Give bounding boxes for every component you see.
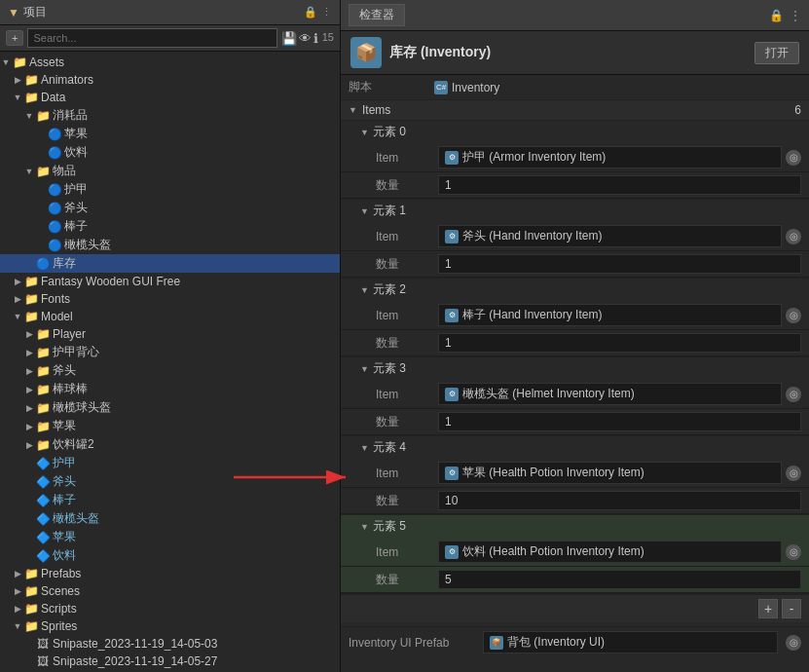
item-select-btn-4[interactable]: ◎: [786, 466, 801, 481]
tree-item-scripts[interactable]: ▶📁Scripts: [0, 600, 340, 617]
asset-icon: 🔵: [35, 256, 51, 272]
prefab-obj-icon: 📦: [490, 636, 503, 650]
prefab-icon: 🔷: [35, 493, 51, 508]
tree-item-model[interactable]: ▼📁Model: [0, 308, 340, 325]
item-name-2: 棒子 (Hand Inventory Item): [462, 307, 602, 323]
item-name-4: 苹果 (Health Potion Inventory Item): [462, 465, 644, 481]
lock-icon-inspector[interactable]: 🔒: [769, 9, 784, 22]
prefab-icon: 🔷: [35, 456, 51, 471]
info-icon[interactable]: ℹ: [313, 31, 318, 46]
tree-item-apple3[interactable]: 🔷苹果: [0, 528, 340, 546]
tree-item-helmet3[interactable]: 🔷橄榄头盔: [0, 509, 340, 528]
project-toolbar: + 💾 👁 ℹ 15: [0, 25, 340, 52]
element-header-3[interactable]: ▼ 元素 3: [341, 357, 809, 380]
item-obj-icon-3: ⚙: [445, 388, 459, 401]
folder-icon: 📁: [23, 583, 39, 599]
tree-item-fantasy[interactable]: ▶📁Fantasy Wooden GUI Free: [0, 273, 340, 290]
qty-field-value-2: 1: [438, 333, 801, 353]
qty-field-label-5: 数量: [376, 572, 434, 588]
tree-arrow-fantasy: ▶: [12, 277, 23, 286]
prefab-icon: 🔷: [35, 548, 51, 564]
tree-arrow-scripts: ▶: [12, 604, 23, 614]
tree-item-prefabs[interactable]: ▶📁Prefabs: [0, 565, 340, 582]
tree-item-drink1[interactable]: 🔵饮料: [0, 143, 340, 162]
more-icon[interactable]: ⋮: [321, 6, 332, 19]
folder-icon: 📁: [35, 382, 51, 397]
tree-item-armorcore[interactable]: ▶📁护甲背心: [0, 343, 340, 361]
tree-item-consumables[interactable]: ▼📁消耗品: [0, 106, 340, 125]
search-input[interactable]: [27, 28, 276, 48]
tree-item-axe2[interactable]: ▶📁斧头: [0, 361, 340, 380]
tree-label-stick3: 棒子: [53, 492, 76, 508]
tree-item-animators[interactable]: ▶📁Animators: [0, 71, 340, 89]
tree-item-stick2[interactable]: ▶📁棒球棒: [0, 380, 340, 398]
tree-item-armor2[interactable]: 🔷护甲: [0, 454, 340, 472]
qty-field-value-0: 1: [438, 175, 801, 195]
tree-label-apple1: 苹果: [64, 126, 88, 142]
tree-item-armor1[interactable]: 🔵护甲: [0, 180, 340, 199]
item-select-btn-0[interactable]: ◎: [786, 150, 801, 166]
item-select-btn-1[interactable]: ◎: [786, 229, 801, 244]
add-element-button[interactable]: +: [758, 599, 778, 618]
tree-item-fonts[interactable]: ▶📁Fonts: [0, 290, 340, 308]
project-panel: ▼ 项目 🔒 ⋮ + 💾 👁 ℹ 15 ▼📁Assets▶📁Animators▼…: [0, 0, 341, 672]
remove-element-button[interactable]: -: [782, 599, 801, 618]
save-icon[interactable]: 💾: [281, 31, 297, 46]
tree-label-apple3: 苹果: [53, 529, 76, 545]
tree-item-snip1[interactable]: 🖼Snipaste_2023-11-19_14-05-03: [0, 635, 340, 653]
tree-item-sprites[interactable]: ▼📁Sprites: [0, 617, 340, 635]
folder-icon: 📁: [23, 72, 39, 88]
tree-item-scenes[interactable]: ▶📁Scenes: [0, 582, 340, 600]
tree-item-assets[interactable]: ▼📁Assets: [0, 54, 340, 71]
prefab-select-button[interactable]: ◎: [786, 635, 801, 651]
element-header-4[interactable]: ▼ 元素 4: [341, 436, 809, 459]
element-header-5[interactable]: ▼ 元素 5: [341, 515, 809, 538]
tree-item-drink2[interactable]: ▶📁饮料罐2: [0, 435, 340, 454]
project-tree: ▼📁Assets▶📁Animators▼📁Data▼📁消耗品🔵苹果🔵饮料▼📁物品…: [0, 52, 340, 672]
qty-field-label-0: 数量: [376, 177, 434, 194]
item-select-btn-5[interactable]: ◎: [786, 544, 801, 560]
tree-item-snip2[interactable]: 🖼Snipaste_2023-11-19_14-05-27: [0, 653, 340, 670]
tree-label-axe2: 斧头: [53, 362, 76, 379]
item-select-btn-2[interactable]: ◎: [786, 308, 801, 323]
asset-icon: 🔵: [47, 219, 62, 235]
tree-label-goods: 物品: [53, 163, 76, 179]
element-header-0[interactable]: ▼ 元素 0: [341, 121, 809, 143]
element-label-1: 元素 1: [373, 203, 406, 219]
script-field-label: 脚本: [349, 79, 426, 95]
more-icon-inspector[interactable]: ⋮: [790, 9, 801, 22]
item-obj-icon-0: ⚙: [445, 151, 459, 165]
asset-icon: 🔵: [47, 238, 62, 253]
tree-label-stick1: 棒子: [64, 218, 88, 235]
open-button[interactable]: 打开: [754, 42, 799, 64]
element-header-2[interactable]: ▼ 元素 2: [341, 279, 809, 301]
add-button[interactable]: +: [6, 30, 23, 46]
eye-icon[interactable]: 👁: [299, 31, 312, 46]
element-item-row-5: Item ⚙ 饮料 (Health Potion Inventory Item)…: [341, 538, 809, 567]
element-header-1[interactable]: ▼ 元素 1: [341, 200, 809, 222]
tree-item-helmet1[interactable]: 🔵橄榄头盔: [0, 236, 340, 254]
item-field-label-5: Item: [376, 545, 434, 559]
tree-item-stick1[interactable]: 🔵棒子: [0, 217, 340, 236]
tree-item-apple2[interactable]: ▶📁苹果: [0, 417, 340, 435]
tree-item-helmet2[interactable]: ▶📁橄榄球头盔: [0, 398, 340, 417]
tree-item-inventory[interactable]: 🔵库存: [0, 254, 340, 273]
tree-item-stick3[interactable]: 🔷棒子: [0, 491, 340, 509]
lock-icon[interactable]: 🔒: [304, 6, 317, 19]
tree-item-data[interactable]: ▼📁Data: [0, 89, 340, 106]
element-group-2: ▼ 元素 2 Item ⚙ 棒子 (Hand Inventory Item) ◎…: [341, 279, 809, 357]
tree-arrow-armorcore: ▶: [23, 348, 35, 357]
tree-item-axe3[interactable]: 🔷斧头: [0, 472, 340, 491]
tree-item-player[interactable]: ▶📁Player: [0, 325, 340, 343]
tree-item-axe1[interactable]: 🔵斧头: [0, 199, 340, 217]
tree-item-apple1[interactable]: 🔵苹果: [0, 125, 340, 143]
items-expand-arrow: ▼: [349, 105, 358, 115]
tree-item-goods[interactable]: ▼📁物品: [0, 162, 340, 180]
tree-label-prefabs: Prefabs: [41, 567, 81, 580]
tree-label-assets: Assets: [29, 56, 64, 69]
item-select-btn-3[interactable]: ◎: [786, 387, 801, 402]
tree-item-drink3[interactable]: 🔷饮料: [0, 546, 340, 565]
qty-field-label-2: 数量: [376, 335, 434, 352]
inspector-tab[interactable]: 检查器: [349, 4, 405, 26]
items-section-header[interactable]: ▼ Items 6: [341, 100, 809, 121]
